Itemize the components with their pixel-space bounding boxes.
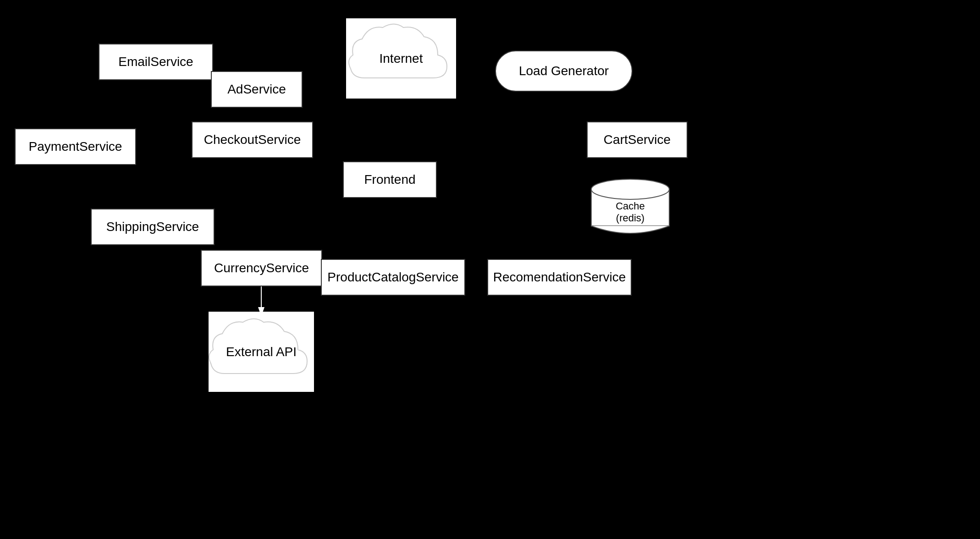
payment-service-label: PaymentService — [29, 139, 122, 154]
recommendation-service-node: RecomendationService — [487, 259, 632, 296]
svg-text:Cache: Cache — [616, 200, 645, 212]
load-generator-node: Load Generator — [495, 50, 633, 92]
frontend-node: Frontend — [343, 161, 437, 198]
email-service-node: EmailService — [99, 44, 213, 80]
internet-label: Internet — [380, 51, 423, 66]
external-api-label: External API — [226, 345, 297, 359]
product-catalog-service-node: ProductCatalogService — [321, 259, 465, 296]
ad-service-node: AdService — [211, 71, 303, 108]
external-api-node: External API — [209, 312, 314, 392]
internet-node: Internet — [346, 18, 456, 99]
shipping-service-node: ShippingService — [91, 209, 215, 245]
currency-service-node: CurrencyService — [201, 250, 322, 286]
payment-service-node: PaymentService — [15, 128, 136, 165]
cache-node: Cache (redis) — [587, 176, 674, 236]
ad-service-label: AdService — [227, 82, 286, 97]
recommendation-service-label: RecomendationService — [493, 270, 626, 285]
product-catalog-service-label: ProductCatalogService — [327, 270, 458, 285]
frontend-label: Frontend — [364, 172, 415, 187]
svg-point-3 — [591, 179, 669, 199]
load-generator-label: Load Generator — [519, 64, 609, 78]
checkout-service-node: CheckoutService — [192, 121, 313, 158]
email-service-label: EmailService — [118, 55, 193, 69]
checkout-service-label: CheckoutService — [204, 132, 301, 147]
svg-text:(redis): (redis) — [616, 212, 644, 224]
cart-service-node: CartService — [587, 121, 688, 158]
diagram-container: EmailService AdService Internet Load Gen… — [0, 0, 980, 539]
cart-service-label: CartService — [604, 132, 671, 147]
currency-service-label: CurrencyService — [214, 261, 309, 275]
shipping-service-label: ShippingService — [106, 220, 199, 234]
